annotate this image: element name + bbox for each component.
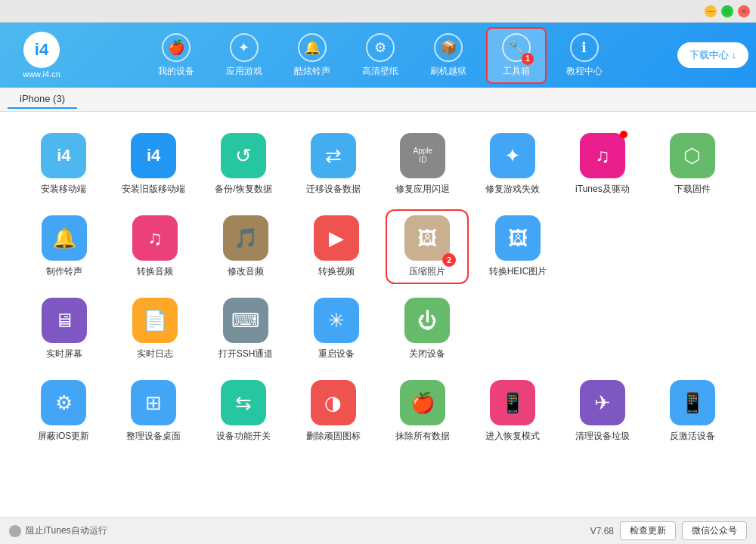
wipe-data-icon: 🍎	[400, 380, 445, 425]
audio-convert-icon: ♫	[132, 215, 178, 261]
organize-desktop-icon: ⊞	[131, 380, 176, 425]
ringtone-make-icon: 🔔	[42, 215, 87, 261]
nav-item-my-device[interactable]: 🍎我的设备	[146, 29, 206, 82]
tool-item-ringtone-make[interactable]: 🔔制作铃声	[23, 209, 106, 284]
badge-dot	[620, 131, 627, 138]
tool-item-delete-stubborn[interactable]: ◑删除顽固图标	[292, 374, 374, 449]
deactivate-label: 反激活设备	[670, 430, 715, 443]
nav-item-wallpaper[interactable]: ⚙高清壁纸	[350, 29, 411, 82]
tool-item-wipe-data[interactable]: 🍎抹除所有数据	[382, 374, 464, 449]
migrate-icon: ⇄	[311, 133, 356, 178]
tool-item-compress-photo[interactable]: 🖼2压缩照片	[386, 209, 469, 284]
tool-item-fix-game[interactable]: ✦修复游戏失效	[472, 127, 554, 202]
screen-mirror-label: 实时屏幕	[46, 348, 82, 360]
tool-item-clean-junk[interactable]: ✈清理设备垃圾	[562, 374, 644, 449]
tool-item-recovery-mode[interactable]: 📱进入恢复模式	[472, 374, 554, 449]
maximize-button[interactable]: □	[721, 5, 733, 17]
tool-row-2: 🖥实时屏幕📄实时日志⌨打开SSH通道✳重启设备⏻关闭设备	[23, 292, 733, 366]
nav-item-ringtones[interactable]: 🔔酷炫铃声	[282, 29, 342, 82]
fix-game-label: 修复游戏失效	[485, 183, 540, 196]
tool-item-backup[interactable]: ↺备份/恢复数据	[203, 127, 285, 202]
realtime-log-icon: 📄	[132, 298, 178, 343]
tool-item-heic-convert[interactable]: 🖼转换HEIC图片	[476, 209, 559, 284]
tool-item-fix-app[interactable]: AppleID修复应用闪退	[382, 127, 464, 202]
tool-item-block-update[interactable]: ⚙屏蔽iOS更新	[23, 374, 105, 449]
migrate-label: 迁移设备数据	[306, 183, 361, 196]
fix-app-label: 修复应用闪退	[395, 183, 450, 196]
block-update-label: 屏蔽iOS更新	[38, 430, 89, 443]
status-bar: 阻止iTunes自动运行 V7.68 检查更新 微信公众号	[0, 517, 756, 544]
jailbreak-label: 刷机越狱	[430, 65, 466, 78]
tool-item-video-convert[interactable]: ▶转换视频	[295, 209, 378, 284]
video-convert-label: 转换视频	[318, 265, 355, 278]
tool-item-shutdown[interactable]: ⏻关闭设备	[386, 292, 469, 366]
tool-item-itunes[interactable]: ♫iTunes及驱动	[562, 127, 644, 202]
tutorial-icon: ℹ	[570, 33, 599, 62]
tool-item-audio-edit[interactable]: 🎵修改音频	[204, 209, 287, 284]
delete-stubborn-icon: ◑	[311, 380, 356, 425]
tool-item-install-app[interactable]: i4安装移动端	[23, 127, 105, 202]
status-right: V7.68 检查更新 微信公众号	[590, 521, 747, 540]
tool-row-1: 🔔制作铃声♫转换音频🎵修改音频▶转换视频🖼2压缩照片🖼转换HEIC图片	[23, 209, 733, 284]
jailbreak-icon: 📦	[434, 33, 463, 62]
tool-item-feature-switch[interactable]: ⇆设备功能开关	[203, 374, 285, 449]
tutorial-label: 教程中心	[566, 65, 603, 78]
feature-switch-label: 设备功能开关	[216, 430, 271, 443]
nav-item-tutorial[interactable]: ℹ教程中心	[554, 29, 615, 82]
install-app-label: 安装移动端	[41, 183, 86, 196]
toolbox-icon: 🔧1	[502, 33, 531, 62]
install-app-icon: i4	[41, 133, 86, 178]
tool-item-screen-mirror[interactable]: 🖥实时屏幕	[23, 292, 106, 366]
close-button[interactable]: ✕	[738, 5, 750, 17]
nav-item-apps-games[interactable]: ✦应用游戏	[214, 29, 274, 82]
tool-item-ssh[interactable]: ⌨打开SSH通道	[204, 292, 287, 366]
download-button[interactable]: 下载中心 ↓	[677, 42, 748, 68]
logo-area[interactable]: i4 www.i4.cn	[8, 32, 76, 79]
organize-desktop-label: 整理设备桌面	[126, 430, 181, 443]
tool-item-reboot[interactable]: ✳重启设备	[295, 292, 378, 366]
apps-games-label: 应用游戏	[226, 65, 262, 78]
circle-number: 2	[442, 253, 456, 267]
audio-edit-icon: 🎵	[223, 215, 268, 261]
wechat-button[interactable]: 微信公众号	[682, 521, 747, 540]
heic-convert-icon: 🖼	[495, 215, 541, 261]
status-left: 阻止iTunes自动运行	[9, 524, 107, 537]
realtime-log-label: 实时日志	[137, 348, 173, 360]
nav-item-toolbox[interactable]: 🔧1工具箱	[486, 27, 547, 84]
wallpaper-icon: ⚙	[366, 33, 395, 62]
firmware-label: 下载固件	[674, 183, 711, 196]
main-content: i4安装移动端i4安装旧版移动端↺备份/恢复数据⇄迁移设备数据AppleID修复…	[0, 112, 756, 517]
audio-edit-label: 修改音频	[228, 265, 264, 278]
apps-games-icon: ✦	[230, 33, 259, 62]
tool-item-realtime-log[interactable]: 📄实时日志	[113, 292, 197, 366]
fix-game-icon: ✦	[490, 133, 535, 178]
shutdown-label: 关闭设备	[409, 348, 445, 360]
logo-icon: i4	[23, 32, 60, 68]
stop-icon	[9, 525, 21, 537]
tool-item-firmware[interactable]: ⬡下载固件	[651, 127, 733, 202]
nav-items: 🍎我的设备✦应用游戏🔔酷炫铃声⚙高清壁纸📦刷机越狱🔧1工具箱ℹ教程中心	[91, 27, 670, 84]
nav-item-jailbreak[interactable]: 📦刷机越狱	[418, 29, 479, 82]
minimize-button[interactable]: —	[705, 5, 717, 17]
tool-row-0: i4安装移动端i4安装旧版移动端↺备份/恢复数据⇄迁移设备数据AppleID修复…	[23, 127, 733, 202]
tool-item-migrate[interactable]: ⇄迁移设备数据	[292, 127, 374, 202]
clean-junk-label: 清理设备垃圾	[575, 430, 630, 443]
compress-photo-label: 压缩照片	[409, 265, 445, 278]
recovery-mode-label: 进入恢复模式	[485, 430, 540, 443]
block-update-icon: ⚙	[41, 380, 86, 425]
device-tab-bar: iPhone (3)	[0, 88, 756, 112]
device-tab-iphone[interactable]: iPhone (3)	[8, 90, 77, 109]
tool-item-deactivate[interactable]: 📱反激活设备	[651, 374, 733, 449]
check-update-button[interactable]: 检查更新	[620, 521, 676, 540]
wallpaper-label: 高清壁纸	[362, 65, 398, 78]
fix-app-icon: AppleID	[400, 133, 445, 178]
screen-mirror-icon: 🖥	[42, 298, 87, 343]
tool-item-organize-desktop[interactable]: ⊞整理设备桌面	[113, 374, 195, 449]
backup-label: 备份/恢复数据	[215, 183, 271, 196]
ringtone-make-label: 制作铃声	[46, 265, 82, 278]
tool-item-audio-convert[interactable]: ♫转换音频	[113, 209, 197, 284]
my-device-label: 我的设备	[158, 65, 194, 78]
ringtones-label: 酷炫铃声	[294, 65, 330, 78]
backup-icon: ↺	[221, 133, 266, 178]
tool-item-install-old[interactable]: i4安装旧版移动端	[113, 127, 195, 202]
